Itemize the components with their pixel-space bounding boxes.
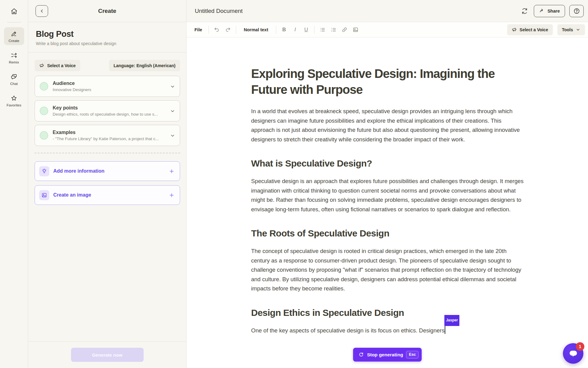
language-button[interactable]: Language: English (American)	[109, 60, 180, 71]
select-voice-label: Select a Voice	[47, 63, 76, 68]
document-header-actions: Share	[520, 5, 584, 17]
chevron-left-icon	[40, 9, 44, 13]
share-button[interactable]: Share	[534, 5, 565, 17]
sidebar-item-favorites[interactable]: Favorites	[4, 92, 24, 109]
voice-language-row: Select a Voice Language: English (Americ…	[35, 60, 180, 71]
toolbar-divider	[209, 26, 209, 34]
svg-text:1: 1	[331, 27, 332, 29]
doc-h2: Design Ethics in Speculative Design	[251, 308, 524, 318]
language-label: Language: English (American)	[114, 63, 175, 68]
field-key-points[interactable]: Key points Design ethics, roots of specu…	[35, 100, 180, 121]
sidebar-divider	[7, 22, 21, 22]
stop-generating-button[interactable]: Stop generating Esc	[353, 348, 421, 362]
sidebar-item-label: Chat	[10, 82, 18, 86]
share-label: Share	[548, 9, 560, 13]
doc-paragraph: Speculative design is an approach that e…	[251, 177, 524, 214]
chevron-down-icon	[170, 108, 175, 113]
lightbulb-icon	[39, 166, 49, 176]
numbered-list-button[interactable]: 12	[328, 25, 339, 35]
bullet-list-button[interactable]	[317, 25, 328, 35]
underline-button[interactable]: U	[301, 25, 312, 35]
question-icon	[573, 8, 580, 14]
app-sidebar: Create Remix Chat Favorites	[0, 0, 28, 368]
home-icon	[10, 7, 18, 15]
field-label: Key points	[53, 105, 158, 111]
star-icon	[10, 95, 17, 102]
create-panel-header: Create	[28, 0, 186, 22]
plus-icon	[169, 168, 175, 174]
chevron-down-icon	[170, 84, 175, 89]
field-value: - "The Future Library" by Katie Paterson…	[53, 136, 159, 141]
toolbar-right-actions: Select a Voice Tools	[507, 24, 586, 35]
svg-text:2: 2	[331, 30, 332, 32]
stop-generating-label: Stop generating	[367, 352, 403, 358]
sidebar-item-remix[interactable]: Remix	[4, 49, 24, 67]
tools-menu-button[interactable]: Tools	[557, 24, 585, 35]
document-content: Exploring Speculative Design: Imagining …	[251, 37, 524, 335]
field-status-icon	[40, 82, 48, 90]
action-label: Create an image	[53, 192, 169, 198]
doc-h2: What is Speculative Design?	[251, 158, 524, 169]
field-audience[interactable]: Audience Innovative Designers	[35, 76, 180, 97]
doc-paragraph: The concept of speculative design is roo…	[251, 247, 524, 293]
bold-button[interactable]: B	[279, 25, 290, 35]
generating-text: One of the key aspects of speculative de…	[251, 327, 444, 334]
help-button[interactable]	[569, 5, 584, 17]
insert-image-button[interactable]	[350, 25, 361, 35]
field-label: Audience	[53, 81, 91, 86]
field-status-icon	[40, 107, 48, 115]
editor-canvas[interactable]: Exploring Speculative Design: Imagining …	[187, 37, 588, 368]
sidebar-item-label: Create	[9, 39, 19, 43]
toolbar-voice-label: Select a Voice	[520, 27, 548, 32]
field-examples[interactable]: Examples - "The Future Library" by Katie…	[35, 125, 180, 146]
create-panel: Create Blog Post Write a blog post about…	[28, 0, 187, 368]
field-value: Innovative Designers	[53, 87, 91, 92]
link-button[interactable]	[339, 25, 350, 35]
italic-button[interactable]: I	[290, 25, 301, 35]
doc-paragraph-generating: One of the key aspects of speculative de…	[251, 326, 524, 335]
sync-icon	[521, 7, 528, 15]
generating-spinner-icon	[358, 352, 364, 358]
action-label: Add more information	[53, 168, 169, 174]
home-button[interactable]	[8, 5, 21, 18]
document-header: Untitled Document Share	[187, 0, 588, 22]
select-voice-button[interactable]: Select a Voice	[35, 60, 80, 71]
dashed-separator	[35, 153, 180, 153]
document-title[interactable]: Untitled Document	[195, 8, 243, 14]
text-style-selector[interactable]: Normal text	[239, 27, 273, 32]
sidebar-item-create[interactable]: Create	[4, 27, 24, 45]
toolbar-divider	[314, 26, 315, 34]
panel-footer: Generate now	[28, 341, 186, 368]
redo-button[interactable]	[222, 25, 233, 35]
sync-button[interactable]	[520, 6, 530, 16]
sidebar-item-label: Remix	[9, 60, 19, 64]
back-button[interactable]	[36, 5, 48, 17]
field-status-icon	[40, 131, 48, 140]
sidebar-item-chat[interactable]: Chat	[4, 70, 24, 88]
image-icon	[39, 190, 49, 200]
doc-paragraph: In a world that evolves at breakneck spe…	[251, 107, 524, 144]
support-chat-button[interactable]: 1	[563, 343, 583, 364]
create-an-image-button[interactable]: Create an image	[35, 185, 180, 205]
pencil-icon	[10, 30, 17, 37]
shuffle-icon	[10, 52, 17, 59]
template-title-section: Blog Post Write a blog post about specul…	[28, 22, 186, 52]
create-form: Select a Voice Language: English (Americ…	[28, 52, 186, 341]
template-description: Write a blog post about speculative desi…	[36, 41, 179, 46]
sidebar-item-label: Favorites	[6, 103, 21, 107]
megaphone-icon	[512, 27, 517, 32]
add-more-information-button[interactable]: Add more information	[35, 161, 180, 181]
field-label: Examples	[53, 130, 159, 135]
file-menu[interactable]: File	[190, 27, 206, 32]
share-icon	[539, 8, 545, 14]
tools-label: Tools	[562, 27, 573, 32]
generate-now-button[interactable]: Generate now	[71, 348, 144, 362]
plus-icon	[169, 192, 175, 198]
undo-button[interactable]	[211, 25, 222, 35]
chevron-down-icon	[170, 133, 175, 138]
doc-h1: Exploring Speculative Design: Imagining …	[251, 66, 524, 98]
toolbar-select-voice-button[interactable]: Select a Voice	[507, 24, 553, 35]
text-cursor: Jasper	[445, 326, 445, 334]
chevron-down-icon	[576, 27, 580, 32]
notification-badge: 1	[576, 342, 584, 351]
